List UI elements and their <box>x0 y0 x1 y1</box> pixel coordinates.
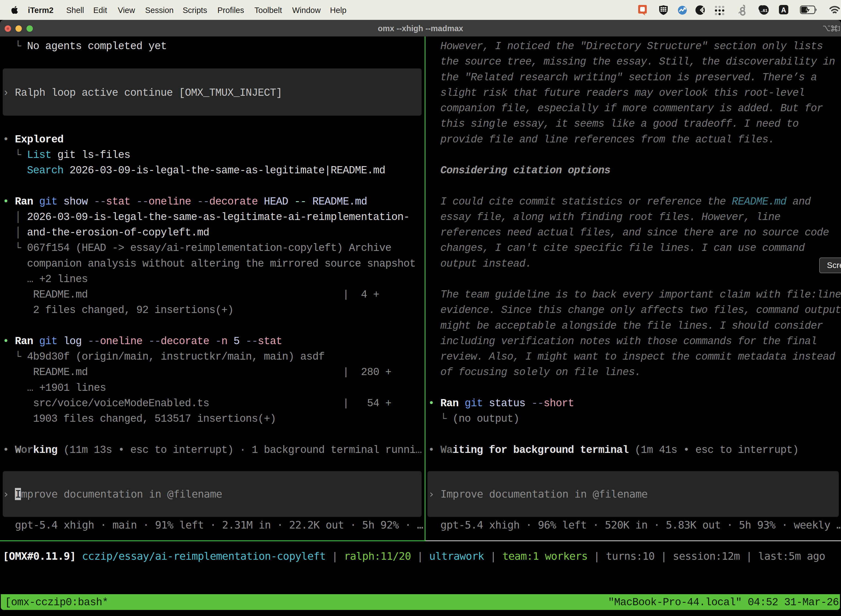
svg-text:1: 1 <box>837 25 840 32</box>
svg-text:..61: ..61 <box>760 8 767 13</box>
